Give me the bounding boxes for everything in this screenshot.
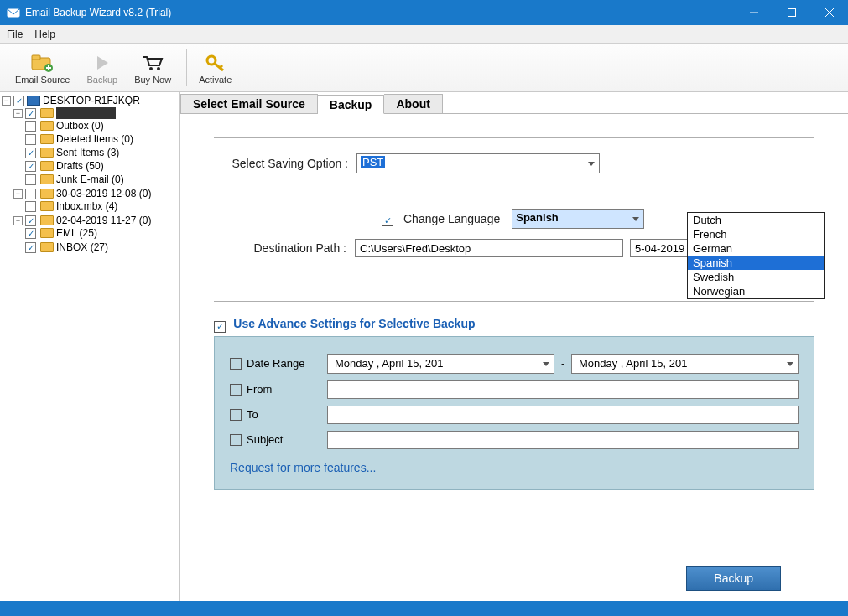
request-features-link[interactable]: Request for more features...	[230, 461, 376, 474]
change-language-checkbox[interactable]: ✓	[382, 215, 393, 226]
close-button[interactable]	[810, 0, 848, 25]
tree-toggle[interactable]: −	[2, 96, 11, 106]
folder-icon	[40, 189, 54, 199]
from-input[interactable]	[327, 380, 799, 399]
play-icon	[93, 51, 112, 75]
folder-icon	[40, 148, 54, 158]
folder-tree[interactable]: −✓DESKTOP-R1FJKQR −✓ Outbox (0) Deleted …	[0, 92, 180, 601]
toolbar-activate[interactable]: Activate	[192, 44, 238, 91]
tree-item-inboxmbx[interactable]: Inbox.mbx (4)	[56, 200, 117, 212]
language-select[interactable]: Spanish	[512, 209, 644, 229]
tree-checkbox[interactable]: ✓	[25, 148, 36, 158]
folder-icon	[40, 174, 54, 184]
toolbar-email-source[interactable]: Email Source	[8, 44, 76, 91]
date-separator: -	[554, 358, 571, 370]
language-dropdown-list[interactable]: Dutch French German Spanish Swedish Norw…	[687, 212, 825, 299]
tree-checkbox[interactable]	[25, 134, 36, 145]
saving-option-label: Select Saving Option :	[214, 157, 356, 170]
svg-point-11	[149, 67, 153, 70]
svg-marker-10	[97, 56, 108, 70]
computer-icon	[27, 96, 40, 106]
subject-input[interactable]	[327, 431, 799, 449]
tree-checkbox[interactable]	[25, 201, 36, 212]
cart-icon	[142, 51, 164, 75]
tree-item-drafts[interactable]: Drafts (50)	[56, 160, 104, 172]
tree-item-folder2[interactable]: 02-04-2019 11-27 (0)	[56, 215, 151, 226]
advance-settings-checkbox[interactable]: ✓	[214, 321, 226, 333]
tab-backup[interactable]: Backup	[318, 95, 385, 114]
status-bar	[0, 601, 848, 616]
folder-icon	[40, 121, 54, 131]
tab-about[interactable]: About	[384, 94, 442, 113]
folder-icon	[40, 161, 54, 171]
tree-checkbox[interactable]: ✓	[25, 242, 36, 253]
svg-rect-6	[32, 55, 40, 60]
destination-path-input[interactable]	[355, 239, 623, 257]
tree-checkbox[interactable]: ✓	[25, 215, 36, 226]
toolbar-backup[interactable]: Backup	[80, 44, 124, 91]
advance-settings-panel: Date Range Monday , April 15, 201 - Mond…	[214, 336, 814, 490]
subject-label: Subject	[247, 433, 283, 446]
app-icon	[7, 6, 20, 19]
change-language-label: Change Language	[403, 212, 500, 225]
tree-item-eml[interactable]: EML (25)	[56, 227, 97, 239]
date-to-select[interactable]: Monday , April 15, 201	[571, 354, 799, 374]
menu-bar: File Help	[0, 25, 848, 44]
tab-select-email-source[interactable]: Select Email Source	[180, 94, 318, 113]
tree-toggle[interactable]: −	[13, 216, 23, 225]
main-tabs: Select Email Source Backup About	[180, 94, 848, 114]
tree-item-inbox[interactable]: INBOX (27)	[56, 241, 108, 253]
folder-icon	[40, 201, 54, 211]
tree-checkbox[interactable]: ✓	[25, 228, 36, 239]
toolbar: Email Source Backup Buy Now Activate	[0, 44, 848, 92]
tree-toggle[interactable]: −	[13, 189, 23, 199]
lang-option-spanish[interactable]: Spanish	[688, 256, 824, 270]
tree-checkbox[interactable]: ✓	[25, 161, 36, 172]
tree-item-sent[interactable]: Sent Items (3)	[56, 147, 119, 158]
menu-help[interactable]: Help	[34, 28, 55, 40]
tree-item-junk[interactable]: Junk E-mail (0)	[56, 173, 124, 185]
svg-point-12	[157, 67, 160, 70]
to-checkbox[interactable]	[230, 409, 242, 421]
from-checkbox[interactable]	[230, 384, 242, 396]
subject-checkbox[interactable]	[230, 434, 242, 446]
date-range-checkbox[interactable]	[230, 358, 242, 370]
lang-option-swedish[interactable]: Swedish	[688, 270, 824, 284]
to-input[interactable]	[327, 406, 799, 424]
lang-option-dutch[interactable]: Dutch	[688, 213, 824, 227]
tree-checkbox[interactable]	[25, 121, 36, 132]
tree-item-folder1[interactable]: 30-03-2019 12-08 (0)	[56, 188, 151, 199]
saving-option-select[interactable]: PST	[356, 153, 600, 173]
tree-checkbox[interactable]: ✓	[25, 108, 36, 119]
key-icon	[205, 51, 226, 75]
folder-add-icon	[30, 51, 55, 75]
tree-checkbox[interactable]: ✓	[13, 96, 24, 106]
tree-toggle[interactable]: −	[13, 109, 23, 118]
folder-icon	[40, 228, 54, 238]
lang-option-german[interactable]: German	[688, 241, 824, 256]
tree-checkbox[interactable]	[25, 174, 36, 185]
tree-root[interactable]: DESKTOP-R1FJKQR	[43, 95, 140, 106]
lang-option-norwegian[interactable]: Norwegian	[688, 284, 824, 298]
folder-icon	[40, 242, 54, 252]
destination-path-label: Destination Path :	[214, 241, 355, 255]
minimize-button[interactable]	[735, 0, 773, 25]
tree-item-outbox[interactable]: Outbox (0)	[56, 120, 104, 132]
backup-button[interactable]: Backup	[686, 566, 781, 591]
toolbar-separator	[186, 49, 187, 86]
lang-option-french[interactable]: French	[688, 227, 824, 241]
tree-item-selected[interactable]	[56, 107, 116, 119]
svg-line-15	[220, 65, 222, 68]
tree-item-deleted[interactable]: Deleted Items (0)	[56, 133, 133, 145]
svg-rect-2	[788, 9, 795, 17]
folder-icon	[40, 215, 54, 225]
maximize-button[interactable]	[773, 0, 810, 25]
from-label: From	[247, 383, 272, 396]
date-from-select[interactable]: Monday , April 15, 201	[327, 354, 554, 374]
tree-checkbox[interactable]	[25, 189, 36, 199]
toolbar-buy-now[interactable]: Buy Now	[127, 44, 178, 91]
folder-icon	[40, 108, 54, 118]
menu-file[interactable]: File	[7, 28, 23, 40]
title-bar: Email Backup Wizard v8.2 (Trial)	[0, 0, 848, 25]
folder-icon	[40, 134, 54, 144]
